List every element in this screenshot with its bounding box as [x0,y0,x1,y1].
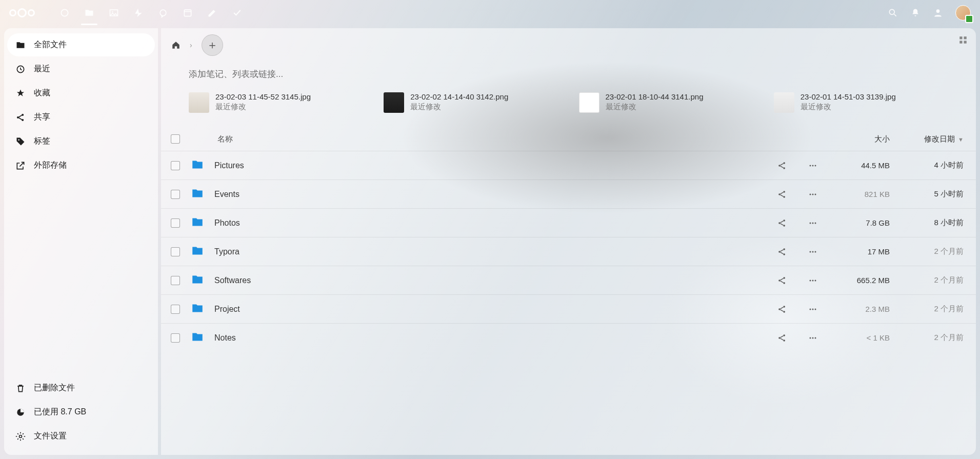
select-all-checkbox[interactable] [171,134,180,144]
svg-point-2 [112,11,113,12]
file-name: Project [214,305,767,314]
svg-point-55 [815,308,816,310]
table-header: 名称 大小 修改日期▼ [161,127,976,151]
thumbnail [774,92,794,113]
svg-point-29 [810,193,811,195]
sidebar-item-favorites[interactable]: 收藏 [7,82,155,105]
sidebar-item-quota[interactable]: 已使用 8.7 GB [7,401,155,424]
activity-app-icon[interactable] [133,8,144,18]
row-checkbox[interactable] [171,247,180,256]
notes-input[interactable]: 添加笔记、列表或链接... [161,59,976,92]
notes-app-icon[interactable] [207,8,217,18]
breadcrumb: › ＋ [161,28,976,59]
recent-card[interactable]: 23-02-01 14-51-03 3139.jpg 最近修改 [774,92,948,113]
svg-point-57 [783,334,785,336]
svg-point-36 [812,222,814,224]
svg-point-52 [783,311,785,313]
home-icon[interactable] [171,41,181,50]
folder-icon [190,158,214,173]
share-icon[interactable] [777,218,787,228]
tasks-app-icon[interactable] [232,8,242,18]
row-checkbox[interactable] [171,161,180,170]
calendar-app-icon[interactable] [183,8,193,18]
file-date: 2 个月前 [895,247,967,256]
file-size: 44.5 MB [828,161,895,170]
recent-row: 23-02-03 11-45-52 3145.jpg 最近修改 23-02-02… [161,92,976,127]
recent-card[interactable]: 23-02-02 14-14-40 3142.png 最近修改 [384,92,558,113]
col-size[interactable]: 大小 [828,134,895,144]
talk-app-icon[interactable] [158,8,168,18]
svg-point-35 [810,222,811,224]
svg-point-46 [783,282,785,284]
dashboard-icon[interactable] [59,8,70,18]
sidebar-item-shares[interactable]: 共享 [7,106,155,129]
row-checkbox[interactable] [171,333,180,343]
notifications-icon[interactable] [910,8,921,18]
clock-icon [15,64,26,74]
files-app-icon[interactable] [84,8,94,18]
svg-point-49 [815,280,816,281]
sidebar-item-label: 共享 [34,112,50,123]
col-name[interactable]: 名称 [214,134,767,144]
more-icon[interactable] [808,247,818,257]
row-checkbox[interactable] [171,305,180,314]
svg-point-27 [783,191,785,193]
share-icon[interactable] [777,161,787,171]
add-button[interactable]: ＋ [202,34,223,56]
row-checkbox[interactable] [171,218,180,228]
share-icon[interactable] [777,304,787,314]
table-row[interactable]: Pictures 44.5 MB 4 小时前 [161,151,976,179]
folder-icon [190,244,214,260]
more-icon[interactable] [808,333,818,343]
table-row[interactable]: Project 2.3 MB 2 个月前 [161,294,976,323]
contacts-icon[interactable] [933,8,943,18]
sidebar-item-settings[interactable]: 文件设置 [7,425,155,448]
file-size: 665.2 MB [828,276,895,285]
share-icon[interactable] [777,333,787,343]
recent-card[interactable]: 23-02-01 18-10-44 3141.png 最近修改 [579,92,753,113]
sidebar-item-label: 外部存储 [34,160,67,171]
folder-icon [190,273,214,288]
svg-point-32 [778,222,781,224]
table-row[interactable]: Photos 7.8 GB 8 小时前 [161,208,976,237]
photos-app-icon[interactable] [109,8,119,18]
more-icon[interactable] [808,161,818,171]
more-icon[interactable] [808,275,818,286]
share-icon[interactable] [777,275,787,286]
sidebar-item-label: 最近 [34,64,50,74]
sidebar-item-tags[interactable]: 标签 [7,130,155,153]
sidebar-item-recent[interactable]: 最近 [7,57,155,81]
sidebar-item-trash[interactable]: 已删除文件 [7,376,155,400]
search-icon[interactable] [888,8,898,18]
grid-view-toggle[interactable] [958,35,968,47]
more-icon[interactable] [808,218,818,228]
col-modified[interactable]: 修改日期▼ [895,134,967,144]
sidebar-item-all-files[interactable]: 全部文件 [7,33,155,56]
nextcloud-logo[interactable] [9,8,35,17]
sidebar-item-external[interactable]: 外部存储 [7,154,155,177]
table-row[interactable]: Softwares 665.2 MB 2 个月前 [161,266,976,294]
file-size: 2.3 MB [828,305,895,313]
table-row[interactable]: Notes < 1 KB 2 个月前 [161,323,976,352]
svg-point-31 [815,193,816,195]
share-icon[interactable] [777,247,787,257]
row-checkbox[interactable] [171,190,180,199]
table-row[interactable]: Events 821 KB 5 小时前 [161,179,976,208]
file-date: 2 个月前 [895,275,967,285]
file-name: Photos [214,218,767,228]
user-avatar[interactable] [955,5,971,21]
share-icon [15,112,26,123]
share-icon[interactable] [777,189,787,199]
svg-point-53 [810,308,811,310]
svg-point-42 [812,251,814,252]
more-icon[interactable] [808,304,818,314]
svg-point-33 [783,219,785,222]
sidebar-item-label: 标签 [34,136,50,147]
file-size: 7.8 GB [828,218,895,227]
row-checkbox[interactable] [171,276,180,285]
table-row[interactable]: Typora 17 MB 2 个月前 [161,237,976,266]
file-date: 8 小时前 [895,218,967,228]
more-icon[interactable] [808,189,818,199]
recent-card[interactable]: 23-02-03 11-45-52 3145.jpg 最近修改 [189,92,363,113]
pie-icon [15,407,26,417]
